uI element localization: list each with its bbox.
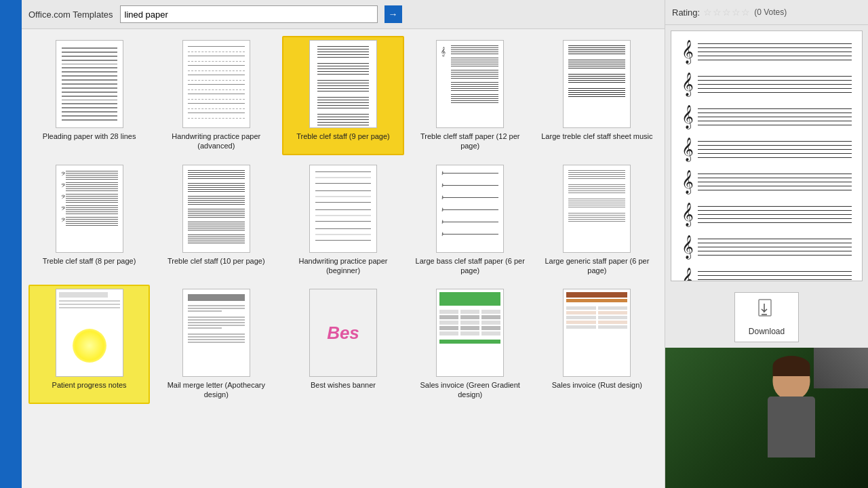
template-thumb-treble-12: 𝄞 <box>436 40 504 128</box>
templates-grid: Pleading paper with 28 lines Handwriting… <box>22 29 665 488</box>
template-label-treble-10: Treble clef staff (10 per page) <box>167 256 265 266</box>
large-staff-4 <box>568 88 625 97</box>
preview-clef-8: 𝄞 <box>682 269 695 281</box>
preview-staff-row-7: 𝄞 <box>682 237 852 257</box>
template-label-large-treble: Large treble clef staff sheet music <box>541 131 652 141</box>
template-label-treble-8: Treble clef staff (8 per page) <box>43 256 136 266</box>
search-button[interactable]: → <box>384 5 402 23</box>
preview-staff-row-6: 𝄞 <box>682 204 852 224</box>
template-thumb-best-wishes: Bes <box>309 289 377 377</box>
staff-group-4 <box>315 97 372 108</box>
search-input[interactable] <box>120 5 378 23</box>
line <box>62 107 117 108</box>
template-patient-progress[interactable]: Patient progress notes <box>28 285 150 404</box>
preview-clef-1: 𝄞 <box>682 41 695 62</box>
preview-staff-row-3: 𝄞 <box>682 106 852 127</box>
bass-row-5: 𝄽 <box>441 219 498 226</box>
preview-section: 𝄞 𝄞 𝄞 <box>671 30 863 281</box>
large-staff-1 <box>568 45 625 54</box>
staff-group-2 <box>315 63 372 75</box>
template-treble-10[interactable]: Treble clef staff (10 per page) <box>155 161 277 280</box>
staff-group-5 <box>315 114 372 125</box>
template-thumb-large-treble <box>563 40 631 128</box>
template-best-wishes[interactable]: Bes Best wishes banner <box>282 285 403 404</box>
template-thumb-generic-staff <box>563 165 631 253</box>
rating-section: Rating: ☆☆☆☆☆ (0 Votes) <box>665 0 868 25</box>
bass-row-1: 𝄽 <box>441 170 498 177</box>
video-section[interactable] <box>665 348 868 488</box>
download-section: Download <box>665 287 868 348</box>
left-accent <box>0 0 22 488</box>
video-background <box>665 348 868 488</box>
template-invoice-green[interactable]: Sales invoice (Green Gradient design) <box>410 285 531 404</box>
template-invoice-rust[interactable]: Sales invoice (Rust design) <box>536 285 658 404</box>
template-handwriting-advanced[interactable]: Handwriting practice paper (advanced) <box>155 36 277 155</box>
template-thumb-handwriting-advanced <box>182 40 250 128</box>
generic-group-2 <box>568 184 625 193</box>
large-staff-3 <box>568 74 625 83</box>
download-button[interactable]: Download <box>734 292 799 342</box>
line <box>62 87 117 89</box>
template-label-pleading: Pleading paper with 28 lines <box>43 131 136 141</box>
preview-lines-1 <box>698 43 852 60</box>
download-label: Download <box>749 327 785 336</box>
template-label-bass-clef: Large bass clef staff paper (6 per page) <box>414 256 527 276</box>
template-thumb-invoice-rust <box>563 289 631 377</box>
template-thumb-bass-clef: 𝄽 𝄽 𝄽 𝄽 <box>436 165 504 253</box>
template-mail-merge[interactable]: Mail merge letter (Apothecary design) <box>155 285 277 404</box>
rating-stars[interactable]: ☆☆☆☆☆ <box>703 7 751 18</box>
generic-group-4 <box>568 213 625 222</box>
preview-clef-2: 𝄞 <box>682 74 695 94</box>
template-thumb-mail-merge <box>182 289 250 377</box>
line <box>62 111 117 113</box>
preview-lines-2 <box>698 76 852 93</box>
preview-staff-row-8: 𝄞 <box>682 269 852 281</box>
invoice-rust-header <box>566 292 627 298</box>
line <box>62 103 117 104</box>
pip-preview <box>814 348 868 388</box>
mail-header-bar <box>188 294 245 301</box>
template-label-patient: Patient progress notes <box>52 380 127 390</box>
highlight-circle <box>73 329 106 363</box>
right-panel: Rating: ☆☆☆☆☆ (0 Votes) 𝄞 𝄞 <box>665 0 868 488</box>
template-bass-clef[interactable]: 𝄽 𝄽 𝄽 𝄽 <box>410 161 531 280</box>
template-treble-12[interactable]: 𝄞 <box>410 36 531 155</box>
preview-clef-7: 𝄞 <box>682 237 695 257</box>
generic-group-1 <box>568 170 625 179</box>
template-large-treble[interactable]: Large treble clef staff sheet music <box>536 36 658 155</box>
template-treble-8[interactable]: 𝄢 𝄢 <box>28 161 150 280</box>
template-handwriting-beginner[interactable]: Handwriting practice paper (beginner) <box>282 161 403 280</box>
bass-row-6: 𝄽 <box>441 231 498 238</box>
preview-staff-row-2: 𝄞 <box>682 74 852 94</box>
template-label-treble-12: Treble cleff staff paper (12 per page) <box>414 131 527 151</box>
bass-row-3: 𝄽 <box>441 195 498 201</box>
line <box>62 83 117 85</box>
line <box>62 96 117 97</box>
preview-staff-row-5: 𝄞 <box>682 171 852 192</box>
template-label-generic-staff: Large generic staff paper (6 per page) <box>540 256 654 276</box>
invoice-rust-subheader <box>566 299 627 302</box>
template-generic-staff[interactable]: Large generic staff paper (6 per page) <box>536 161 658 280</box>
line <box>62 67 117 68</box>
patient-header <box>59 292 108 298</box>
preview-clef-5: 𝄞 <box>682 171 695 192</box>
template-thumb-treble-10 <box>182 165 250 253</box>
main-content: Office.com Templates → <box>22 0 665 488</box>
invoice-green-header <box>439 292 500 306</box>
left-accent-tab <box>0 95 22 129</box>
template-label-best-wishes: Best wishes banner <box>311 380 376 390</box>
preview-lines-7 <box>698 239 852 256</box>
line <box>62 64 117 65</box>
large-staff-2 <box>568 60 625 68</box>
template-thumb-patient <box>56 289 123 377</box>
template-thumb-invoice-green <box>436 289 504 377</box>
line <box>62 71 117 73</box>
header-bar: Office.com Templates → <box>22 0 665 29</box>
preview-staff-row-4: 𝄞 <box>682 139 852 159</box>
search-arrow-icon: → <box>389 9 398 20</box>
staff-group-3 <box>315 80 372 92</box>
template-label-invoice-green: Sales invoice (Green Gradient design) <box>414 380 527 400</box>
template-pleading-paper[interactable]: Pleading paper with 28 lines <box>28 36 150 155</box>
template-treble-9[interactable]: Treble clef staff (9 per page) <box>282 36 403 155</box>
template-label-mail-merge: Mail merge letter (Apothecary design) <box>159 380 273 400</box>
